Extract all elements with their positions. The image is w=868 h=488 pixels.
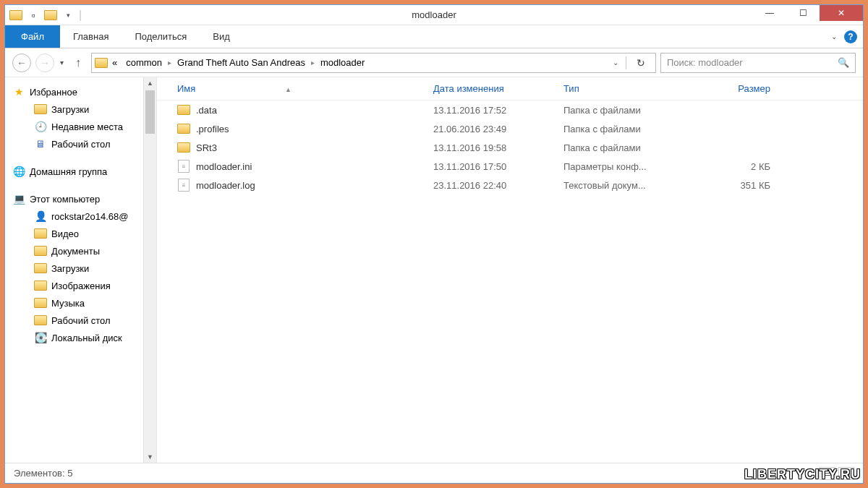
crumb-common[interactable]: common — [122, 57, 166, 68]
sidebar-computer[interactable]: 💻Этот компьютер — [5, 190, 156, 207]
search-placeholder: Поиск: modloader — [667, 57, 743, 68]
crumb-gta[interactable]: Grand Theft Auto San Andreas — [173, 57, 310, 68]
chevron-right-icon[interactable]: ▸ — [310, 59, 316, 67]
drive-icon: 💽 — [34, 331, 47, 344]
address-dropdown-icon[interactable]: ⌄ — [611, 59, 620, 67]
qat-dropdown-icon[interactable]: ▾ — [61, 9, 75, 22]
file-type: Папка с файлами — [555, 124, 685, 134]
sidebar-item-documents[interactable]: Документы — [5, 242, 156, 260]
file-name: SRt3 — [196, 142, 217, 153]
forward-button[interactable]: → — [35, 53, 54, 72]
sidebar-item-localdisk[interactable]: 💽Локальный диск — [5, 329, 156, 346]
sidebar-item-label: Рабочий стол — [51, 139, 111, 150]
col-date[interactable]: Дата изменения — [425, 83, 555, 94]
close-button[interactable]: ✕ — [820, 5, 863, 21]
sidebar-item-label: Видео — [51, 228, 79, 239]
expand-ribbon-icon[interactable]: ⌄ — [831, 33, 837, 40]
refresh-button[interactable]: ↻ — [632, 57, 650, 69]
folder-icon — [34, 262, 47, 275]
file-row[interactable]: ≡modloader.log23.11.2016 22:40Текстовый … — [157, 176, 863, 194]
file-date: 21.06.2016 23:49 — [425, 124, 555, 134]
sidebar-item-label: Домашняя группа — [30, 166, 107, 177]
tab-view[interactable]: Вид — [200, 25, 243, 48]
sidebar-homegroup[interactable]: 🌐Домашняя группа — [5, 163, 156, 180]
sidebar-item-music[interactable]: Музыка — [5, 294, 156, 312]
sidebar-item-label: rockstar2o14.68@ — [51, 211, 128, 222]
sidebar-favorites[interactable]: ★Избранное — [5, 83, 156, 100]
computer-icon: 💻 — [12, 192, 25, 205]
file-row[interactable]: SRt313.11.2016 19:58Папка с файлами — [157, 138, 863, 157]
file-date: 13.11.2016 17:52 — [425, 105, 555, 116]
file-type: Текстовый докум... — [555, 180, 685, 191]
sidebar-scrollbar[interactable]: ▲ ▼ — [143, 77, 156, 463]
file-icon: ≡ — [177, 160, 190, 173]
properties-icon[interactable]: ▫ — [27, 9, 40, 22]
col-type[interactable]: Тип — [555, 83, 685, 94]
sidebar-item-desktop2[interactable]: Рабочий стол — [5, 312, 156, 329]
back-button[interactable]: ← — [12, 53, 31, 72]
maximize-button[interactable]: ☐ — [786, 5, 820, 21]
search-icon: 🔍 — [838, 57, 849, 68]
file-icon: ≡ — [177, 179, 190, 192]
tab-file[interactable]: Файл — [5, 25, 60, 48]
up-button[interactable]: ↑ — [69, 56, 87, 69]
crumb-modloader[interactable]: modloader — [316, 57, 369, 68]
sidebar-item-recent[interactable]: 🕘Недавние места — [5, 118, 156, 135]
body: ★Избранное Загрузки 🕘Недавние места 🖥Раб… — [5, 77, 863, 463]
folder-icon — [34, 103, 47, 116]
scroll-up-icon[interactable]: ▲ — [144, 77, 156, 89]
explorer-window: ▫ ▾ | modloader — ☐ ✕ Файл Главная Подел… — [4, 4, 864, 484]
file-list: Имя ▲ Дата изменения Тип Размер .data13.… — [157, 77, 863, 463]
file-date: 13.11.2016 17:50 — [425, 161, 555, 172]
sidebar-item-label: Рабочий стол — [51, 315, 111, 326]
minimize-button[interactable]: — — [753, 5, 786, 21]
sidebar-item-label: Загрузки — [51, 104, 89, 115]
folder-icon — [34, 279, 47, 292]
window-title: modloader — [5, 9, 863, 20]
sort-asc-icon: ▲ — [285, 86, 292, 93]
file-row[interactable]: ≡modloader.ini13.11.2016 17:50Параметры … — [157, 157, 863, 176]
desktop-icon: 🖥 — [34, 137, 47, 150]
sidebar-item-label: Избранное — [30, 87, 77, 98]
col-size[interactable]: Размер — [685, 83, 779, 94]
col-name[interactable]: Имя ▲ — [157, 83, 425, 94]
sidebar-item-label: Музыка — [51, 298, 85, 309]
file-row[interactable]: .profiles21.06.2016 23:49Папка с файлами — [157, 119, 863, 138]
status-count: Элементов: 5 — [14, 468, 73, 479]
sidebar-item-desktop[interactable]: 🖥Рабочий стол — [5, 135, 156, 153]
sidebar-item-label: Локальный диск — [51, 333, 122, 343]
folder-icon — [95, 56, 108, 69]
sidebar-item-label: Изображения — [51, 281, 111, 291]
chevron-right-icon[interactable]: ▸ — [166, 59, 173, 67]
qat: ▫ ▾ | — [5, 9, 82, 22]
sidebar-item-user[interactable]: 👤rockstar2o14.68@ — [5, 207, 156, 225]
star-icon: ★ — [12, 85, 25, 98]
file-date: 23.11.2016 22:40 — [425, 180, 555, 191]
help-icon[interactable]: ? — [844, 30, 857, 43]
file-rows: .data13.11.2016 17:52Папка с файлами.pro… — [157, 100, 863, 463]
search-input[interactable]: Поиск: modloader 🔍 — [660, 53, 856, 73]
tab-home[interactable]: Главная — [60, 25, 122, 48]
sidebar: ★Избранное Загрузки 🕘Недавние места 🖥Раб… — [5, 77, 157, 463]
sidebar-item-label: Загрузки — [51, 263, 89, 274]
address-bar[interactable]: « common ▸ Grand Theft Auto San Andreas … — [91, 53, 656, 73]
tab-share[interactable]: Поделиться — [122, 25, 200, 48]
statusbar: Элементов: 5 ☰ ▦ — [5, 463, 863, 483]
sidebar-item-video[interactable]: Видео — [5, 225, 156, 242]
file-row[interactable]: .data13.11.2016 17:52Папка с файлами — [157, 100, 863, 119]
recent-locations-icon[interactable]: ▾ — [59, 59, 65, 67]
file-name: modloader.log — [196, 180, 255, 191]
scroll-thumb[interactable] — [145, 90, 155, 134]
sidebar-item-downloads2[interactable]: Загрузки — [5, 260, 156, 277]
crumb-prefix[interactable]: « — [108, 57, 122, 68]
folder-icon — [34, 227, 47, 240]
folder-icon — [177, 122, 190, 135]
new-folder-icon[interactable] — [44, 9, 57, 22]
folder-icon — [177, 141, 190, 154]
recent-icon: 🕘 — [34, 120, 47, 133]
sidebar-item-pictures[interactable]: Изображения — [5, 277, 156, 294]
titlebar: ▫ ▾ | modloader — ☐ ✕ — [5, 5, 863, 25]
sidebar-item-label: Документы — [51, 246, 100, 257]
scroll-down-icon[interactable]: ▼ — [144, 451, 156, 463]
sidebar-item-downloads[interactable]: Загрузки — [5, 100, 156, 118]
